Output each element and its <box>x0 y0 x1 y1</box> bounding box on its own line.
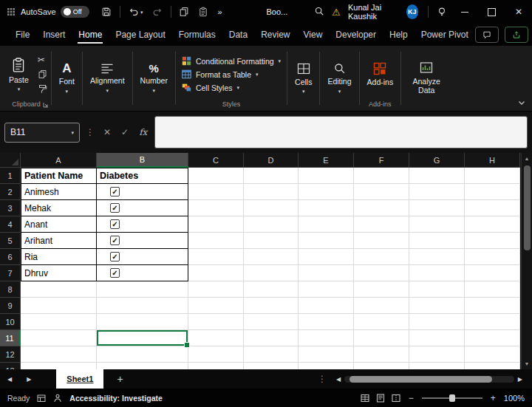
cell-H10[interactable] <box>465 314 520 330</box>
cell-G11[interactable] <box>409 330 465 346</box>
cell-H2[interactable] <box>465 184 520 200</box>
cell-F4[interactable] <box>354 216 409 233</box>
cell-A7[interactable]: Dhruv <box>21 265 97 281</box>
cell-D5[interactable] <box>244 233 299 249</box>
quick-paste-button[interactable] <box>194 7 213 17</box>
column-header-A[interactable]: A <box>21 153 97 168</box>
cell-D9[interactable] <box>244 298 299 314</box>
checkbox-B6[interactable]: ✓ <box>110 252 120 261</box>
conditional-formatting-button[interactable]: Conditional Formatting ▾ <box>180 55 283 66</box>
dialog-launcher-icon[interactable] <box>43 102 49 108</box>
cell-H1[interactable] <box>465 168 520 184</box>
cell-H3[interactable] <box>465 200 520 216</box>
column-header-C[interactable]: C <box>188 153 244 168</box>
addins-button[interactable]: Add-ins <box>364 61 398 88</box>
checkbox-B2[interactable]: ✓ <box>110 187 120 196</box>
cell-F3[interactable] <box>354 200 409 216</box>
cell-G1[interactable] <box>409 168 465 184</box>
cell-F12[interactable] <box>354 346 409 363</box>
menu-tab-page-layout[interactable]: Page Layout <box>109 24 171 46</box>
row-header-4[interactable]: 4 <box>0 216 21 233</box>
cell-B12[interactable] <box>97 346 188 363</box>
cell-H6[interactable] <box>465 249 520 265</box>
cell-H13[interactable] <box>465 363 520 369</box>
copy-icon[interactable] <box>38 69 47 79</box>
share-button[interactable] <box>505 27 528 43</box>
row-header-8[interactable]: 8 <box>0 281 21 298</box>
column-header-D[interactable]: D <box>244 153 299 168</box>
cell-styles-button[interactable]: Cell Styles ▾ <box>180 82 283 93</box>
cell-G5[interactable] <box>409 233 465 249</box>
row-header-1[interactable]: 1 <box>0 168 21 184</box>
cell-A6[interactable]: Ria <box>21 249 97 265</box>
cell-A2[interactable]: Animesh <box>21 184 97 200</box>
cell-F1[interactable] <box>354 168 409 184</box>
cell-C3[interactable] <box>188 200 244 216</box>
warning-icon[interactable]: ⚠ <box>329 7 344 18</box>
user-name[interactable]: Kunal Jai Kaushik <box>348 3 402 21</box>
cell-F6[interactable] <box>354 249 409 265</box>
cell-G9[interactable] <box>409 298 465 314</box>
cells-button[interactable]: Cells ▾ <box>291 61 316 95</box>
cell-B3[interactable]: ✓ <box>97 200 188 216</box>
zoom-in-button[interactable]: + <box>489 393 497 403</box>
cell-C4[interactable] <box>188 216 244 233</box>
cell-E10[interactable] <box>299 314 354 330</box>
cell-E5[interactable] <box>299 233 354 249</box>
cell-H7[interactable] <box>465 265 520 281</box>
menu-tab-power-pivot[interactable]: Power Pivot <box>415 24 475 46</box>
cell-C5[interactable] <box>188 233 244 249</box>
menu-tab-file[interactable]: File <box>9 24 36 46</box>
cell-F8[interactable] <box>354 281 409 298</box>
cell-D10[interactable] <box>244 314 299 330</box>
scroll-down-icon[interactable]: ▼ <box>525 358 530 369</box>
close-button[interactable]: ✕ <box>505 0 532 24</box>
cell-B4[interactable]: ✓ <box>97 216 188 233</box>
row-header-13[interactable]: 13 <box>0 363 21 369</box>
cell-A5[interactable]: Arihant <box>21 233 97 249</box>
cell-C8[interactable] <box>188 281 244 298</box>
zoom-out-button[interactable]: − <box>407 393 415 403</box>
cell-D8[interactable] <box>244 281 299 298</box>
cell-C1[interactable] <box>188 168 244 184</box>
undo-button[interactable]: ▾ <box>124 7 148 17</box>
cell-E9[interactable] <box>299 298 354 314</box>
cell-D2[interactable] <box>244 184 299 200</box>
cell-C12[interactable] <box>188 346 244 363</box>
cell-B10[interactable] <box>97 314 188 330</box>
minimize-button[interactable] <box>451 0 478 24</box>
maximize-button[interactable] <box>478 0 505 24</box>
number-button[interactable]: % Number ▾ <box>137 61 171 94</box>
menu-tab-view[interactable]: View <box>297 24 330 46</box>
autosave-toggle[interactable]: Off <box>61 6 90 18</box>
cell-E4[interactable] <box>299 216 354 233</box>
more-commands-button[interactable]: » <box>213 7 226 16</box>
checkbox-B7[interactable]: ✓ <box>110 268 120 278</box>
cell-D6[interactable] <box>244 249 299 265</box>
cell-F13[interactable] <box>354 363 409 369</box>
accessibility-status[interactable]: Accessibility: Investigate <box>69 394 162 403</box>
menu-tab-home[interactable]: Home <box>72 24 109 46</box>
formula-input[interactable] <box>154 116 528 148</box>
menu-tab-developer[interactable]: Developer <box>329 24 383 46</box>
select-all-button[interactable] <box>0 153 21 168</box>
row-header-12[interactable]: 12 <box>0 346 21 363</box>
cell-F11[interactable] <box>354 330 409 346</box>
search-button[interactable] <box>310 6 329 18</box>
row-header-10[interactable]: 10 <box>0 314 21 330</box>
cell-C13[interactable] <box>188 363 244 369</box>
scroll-left-icon[interactable]: ◀ <box>332 376 344 383</box>
cell-G3[interactable] <box>409 200 465 216</box>
cancel-button[interactable]: ✕ <box>100 127 114 137</box>
cell-E2[interactable] <box>299 184 354 200</box>
row-header-11[interactable]: 11 <box>0 330 21 346</box>
column-header-B[interactable]: B <box>97 153 188 168</box>
cell-B7[interactable]: ✓ <box>97 265 188 281</box>
cell-C10[interactable] <box>188 314 244 330</box>
normal-view-icon[interactable] <box>361 394 369 403</box>
cell-A8[interactable] <box>21 281 97 298</box>
cell-C11[interactable] <box>188 330 244 346</box>
cell-G10[interactable] <box>409 314 465 330</box>
cell-C9[interactable] <box>188 298 244 314</box>
page-break-view-icon[interactable] <box>392 394 400 403</box>
